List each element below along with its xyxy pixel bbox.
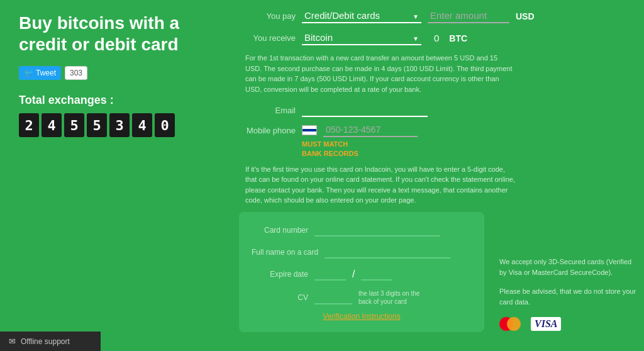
receive-currency-label: BTC (449, 33, 467, 43)
phone-row: Mobile phone (245, 123, 631, 137)
counter-digit-5: 3 (109, 113, 130, 137)
page-title: Buy bitcoins with a credit or debit card (19, 13, 220, 55)
total-exchanges-label: Total exchanges : (19, 94, 220, 107)
counter-digit-6: 4 (132, 113, 152, 137)
you-receive-label: You receive (245, 33, 296, 43)
visa-logo: VISA (531, 317, 561, 331)
envelope-icon: ✉ (9, 337, 16, 346)
counter-digit-4: 5 (87, 113, 107, 137)
card-number-label: Card number (252, 226, 308, 235)
offline-support-label: Offline support (21, 337, 70, 346)
phone-input[interactable] (323, 123, 418, 137)
offline-support-bar[interactable]: ✉ Offline support (0, 332, 101, 351)
tweet-count: 303 (65, 66, 87, 80)
counter-display: 2 4 5 5 3 4 0 (19, 113, 220, 137)
payment-method-wrapper: Credit/Debit cards Bank Transfer ▼ (302, 9, 421, 23)
you-receive-row: You receive Bitcoin Ethereum ▼ 0 BTC (245, 31, 631, 45)
right-panel: You pay Credit/Debit cards Bank Transfer… (239, 0, 644, 214)
phone-label: Mobile phone (245, 126, 296, 135)
must-match-warning: MUST MATCH BANK RECORDS (302, 140, 631, 159)
transaction-info-text: For the 1st transaction with a new card … (245, 53, 516, 94)
you-pay-label: You pay (245, 11, 296, 21)
left-panel: Buy bitcoins with a credit or debit card… (0, 0, 239, 150)
security-text-2: Please be advised, that we do not store … (499, 286, 638, 308)
tweet-button[interactable]: 🐦 Tweet (19, 66, 61, 80)
payment-method-select[interactable]: Credit/Debit cards Bank Transfer (302, 9, 421, 23)
tweet-area: 🐦 Tweet 303 (19, 66, 220, 80)
card-number-row: Card number (252, 223, 472, 237)
twitter-icon: 🐦 (24, 69, 33, 77)
mastercard-logo (499, 316, 526, 332)
receive-value: 0 (434, 33, 439, 43)
mastercard-right-circle (507, 317, 521, 331)
email-row: Email (245, 103, 631, 117)
flag-icon (302, 125, 317, 135)
cv-row: CV the last 3 digits on the back of your… (252, 289, 472, 306)
security-panel: We accept only 3D-Secured cards (Verifie… (499, 257, 638, 332)
full-name-input[interactable] (325, 245, 450, 259)
email-label: Email (245, 106, 296, 115)
receive-currency-wrapper: Bitcoin Ethereum ▼ (302, 31, 421, 45)
you-pay-row: You pay Credit/Debit cards Bank Transfer… (245, 9, 631, 23)
security-text-1: We accept only 3D-Secured cards (Verifie… (499, 257, 638, 279)
card-form-section: Card number Full name on a card Expire d… (239, 212, 484, 332)
counter-digit-1: 2 (19, 113, 39, 137)
counter-digit-3: 5 (64, 113, 84, 137)
counter-digit-7: 0 (155, 113, 175, 137)
cv-input[interactable] (314, 291, 352, 304)
expire-date-label: Expire date (252, 270, 308, 279)
full-name-label: Full name on a card (252, 248, 318, 257)
expire-date-row: Expire date / (252, 267, 472, 281)
card-number-input[interactable] (314, 223, 440, 237)
currency-label: USD (516, 11, 535, 21)
email-input[interactable] (302, 103, 428, 117)
cv-hint: the last 3 digits on the back of your ca… (358, 289, 428, 306)
amount-input[interactable] (428, 9, 509, 23)
expire-month-input[interactable] (314, 267, 346, 281)
cv-label: CV (252, 293, 308, 302)
receive-currency-select[interactable]: Bitcoin Ethereum (302, 31, 421, 45)
counter-digit-2: 4 (42, 113, 62, 137)
card-logos: VISA (499, 316, 638, 332)
expire-year-input[interactable] (361, 267, 392, 281)
full-name-row: Full name on a card (252, 245, 472, 259)
phone-info-text: If it's the first time you use this card… (245, 164, 516, 206)
expire-separator: / (352, 269, 355, 280)
verification-instructions-link[interactable]: Verification Instructions (252, 312, 472, 321)
